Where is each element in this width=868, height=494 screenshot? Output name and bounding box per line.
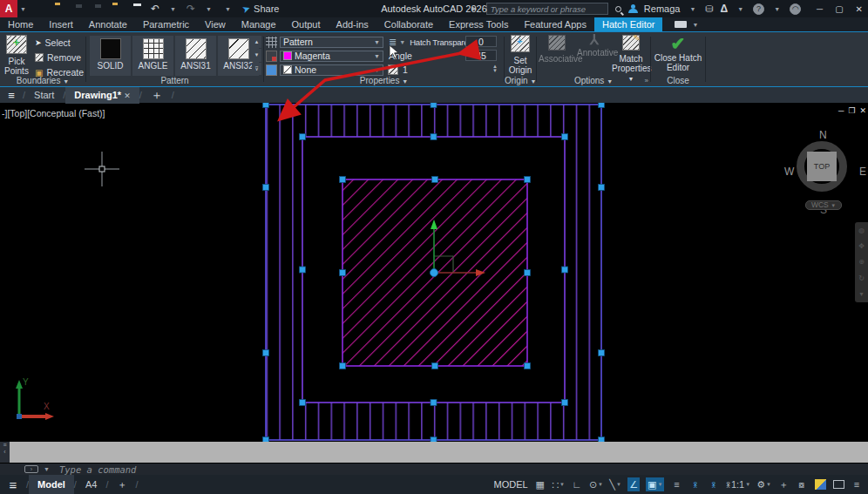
new-drawing-button[interactable]: ＋ bbox=[142, 87, 172, 103]
origin-caption[interactable]: Origin ▼ bbox=[505, 76, 536, 85]
gallery-expand-icon[interactable]: ⊽ bbox=[252, 63, 261, 75]
file-tabs-menu-icon[interactable]: ≡ bbox=[0, 89, 23, 102]
object-snap-icon[interactable]: ▣▼ bbox=[646, 477, 664, 491]
pick-points-button[interactable]: + Pick Points bbox=[2, 35, 31, 76]
autodesk-account-icon[interactable]: Δ bbox=[721, 3, 729, 14]
drawing-canvas[interactable]: -][Top][Conceptual (Fast)] ─❐✕ N S W E T… bbox=[0, 103, 868, 442]
annotative-button[interactable]: ⅄ Annotative bbox=[577, 35, 612, 58]
tab-manage[interactable]: Manage bbox=[234, 17, 284, 31]
origin-grip[interactable] bbox=[431, 269, 438, 277]
minimize-button[interactable]: ─ bbox=[817, 4, 823, 14]
tab-insert[interactable]: Insert bbox=[41, 17, 81, 31]
graphics-performance-icon[interactable] bbox=[814, 477, 826, 491]
snap-toggle-icon[interactable]: ⸬▼ bbox=[553, 477, 565, 491]
hatch-type-combo[interactable]: Pattern▼ bbox=[280, 37, 383, 48]
autoscale-icon[interactable]: 🯅 bbox=[707, 477, 719, 491]
clean-screen-icon[interactable] bbox=[832, 477, 844, 491]
search-input[interactable]: Type a keyword or phrase bbox=[486, 3, 608, 15]
search-icon[interactable] bbox=[615, 6, 621, 12]
customization-icon[interactable]: ＋ bbox=[777, 477, 790, 491]
undo-caret-icon[interactable]: ▼ bbox=[170, 6, 176, 12]
ortho-toggle-icon[interactable]: ∟ bbox=[571, 477, 583, 491]
tab-featured-apps[interactable]: Featured Apps bbox=[516, 17, 594, 31]
angle-value[interactable]: 45 bbox=[465, 50, 497, 61]
tab-annotate[interactable]: Annotate bbox=[81, 17, 135, 31]
share-button[interactable]: ➤ Share bbox=[242, 3, 280, 15]
pattern-tile-solid[interactable]: SOLID bbox=[90, 36, 131, 76]
autocad-logo[interactable]: A bbox=[0, 0, 17, 17]
a4-layout-tab[interactable]: A4 bbox=[77, 475, 105, 494]
user-avatar-icon[interactable] bbox=[628, 4, 637, 13]
set-origin-button[interactable]: + Set Origin bbox=[507, 35, 533, 75]
plot-icon[interactable] bbox=[112, 3, 124, 14]
polar-tracking-icon[interactable]: ⊙▼ bbox=[589, 477, 603, 491]
workspace-gear-icon[interactable]: ⚙▼ bbox=[756, 477, 771, 491]
new-file-icon[interactable] bbox=[36, 3, 47, 14]
start-tab[interactable]: Start bbox=[25, 87, 63, 103]
command-prompt-icon[interactable]: › bbox=[24, 465, 38, 473]
gallery-up-icon[interactable]: ▲ bbox=[252, 36, 261, 48]
annotation-scale-control[interactable]: 🯅 1:1▼ bbox=[725, 477, 750, 491]
command-input[interactable]: › ▼ Type a command bbox=[0, 463, 868, 475]
close-button[interactable]: ✕ bbox=[856, 4, 863, 14]
save-icon[interactable] bbox=[74, 3, 85, 14]
grid-toggle-icon[interactable]: ▦ bbox=[534, 477, 546, 491]
status-menu-icon[interactable]: ≡ bbox=[851, 477, 863, 491]
properties-caption[interactable]: Properties ▼ bbox=[264, 76, 504, 85]
layout-menu-icon[interactable]: ≡ bbox=[0, 477, 26, 492]
tab-output[interactable]: Output bbox=[284, 17, 329, 31]
logo-caret-icon[interactable]: ▼ bbox=[20, 6, 26, 12]
print-icon[interactable] bbox=[132, 3, 143, 14]
redo-caret-icon[interactable]: ▼ bbox=[206, 6, 212, 12]
tab-express-tools[interactable]: Express Tools bbox=[441, 17, 516, 31]
isolate-objects-icon[interactable]: ⧇ bbox=[796, 477, 808, 491]
options-launcher-icon[interactable]: » bbox=[645, 77, 648, 85]
pattern-caption[interactable]: Pattern bbox=[86, 76, 263, 85]
associative-button[interactable]: Associative bbox=[539, 35, 575, 64]
lineweight-icon[interactable]: ≡ bbox=[670, 477, 682, 491]
new-layout-button[interactable]: ＋ bbox=[108, 475, 135, 494]
scale-value[interactable]: 1 bbox=[403, 64, 408, 75]
object-snap-tracking-icon[interactable]: ∠ bbox=[627, 477, 640, 491]
open-folder-icon[interactable] bbox=[55, 3, 66, 14]
tab-hatch-editor[interactable]: Hatch Editor bbox=[594, 17, 663, 31]
tab-collaborate[interactable]: Collaborate bbox=[376, 17, 441, 31]
tab-add-ins[interactable]: Add-ins bbox=[329, 17, 376, 31]
assistant-icon[interactable]: ◠ bbox=[790, 3, 801, 15]
redo-icon[interactable]: ↷ bbox=[186, 3, 195, 14]
app-store-cart-icon[interactable]: ⛁ bbox=[705, 3, 713, 14]
user-caret-icon[interactable]: ▼ bbox=[689, 6, 695, 12]
maximize-button[interactable]: ▢ bbox=[835, 4, 843, 14]
user-name[interactable]: Remaga bbox=[644, 3, 681, 14]
background-color-combo[interactable]: None▼ bbox=[280, 64, 383, 76]
account-caret-icon[interactable]: ▼ bbox=[737, 6, 743, 12]
options-caption[interactable]: Options ▼ bbox=[537, 76, 650, 85]
save-as-icon[interactable] bbox=[93, 3, 105, 14]
tab-view[interactable]: View bbox=[197, 17, 234, 31]
transparency-value[interactable]: 0 bbox=[465, 36, 497, 47]
tab-home[interactable]: Home bbox=[0, 17, 41, 31]
pattern-tile-ansi31[interactable]: ANSI31 bbox=[175, 36, 216, 76]
qat-more-icon[interactable]: ▼ bbox=[225, 6, 231, 12]
undo-icon[interactable]: ↶ bbox=[151, 3, 159, 14]
help-icon[interactable]: ? bbox=[753, 3, 764, 15]
hatch-color-combo[interactable]: Magenta▼ bbox=[280, 51, 383, 62]
isodraft-icon[interactable]: ╲▼ bbox=[609, 477, 621, 491]
model-space-badge[interactable]: MODEL bbox=[494, 477, 528, 491]
drawing1-tab[interactable]: Drawing1* ✕ bbox=[65, 87, 139, 104]
ribbon-display-toggle[interactable]: ▼ bbox=[675, 17, 701, 31]
select-button[interactable]: ➤ Select bbox=[35, 37, 71, 48]
help-caret-icon[interactable]: ▼ bbox=[774, 6, 780, 12]
annotation-visibility-icon[interactable]: 🯅 bbox=[688, 477, 701, 491]
boundaries-caption[interactable]: Boundaries ▼ bbox=[0, 76, 85, 85]
layers-caret-icon[interactable]: ▼ bbox=[399, 39, 405, 45]
command-history[interactable]: Specify a scale for the pattern <1.0000>… bbox=[10, 442, 868, 463]
pattern-tile-angle[interactable]: ANGLE bbox=[132, 36, 173, 76]
command-caret-icon[interactable]: ▼ bbox=[44, 466, 50, 472]
gallery-down-icon[interactable]: ▼ bbox=[252, 49, 261, 61]
model-tab[interactable]: Model bbox=[29, 475, 74, 494]
remove-button[interactable]: Remove bbox=[35, 52, 81, 63]
drawing1-close-icon[interactable]: ✕ bbox=[124, 91, 131, 100]
scale-spinner[interactable]: ▲▼ bbox=[492, 64, 498, 73]
tab-parametric[interactable]: Parametric bbox=[135, 17, 197, 31]
